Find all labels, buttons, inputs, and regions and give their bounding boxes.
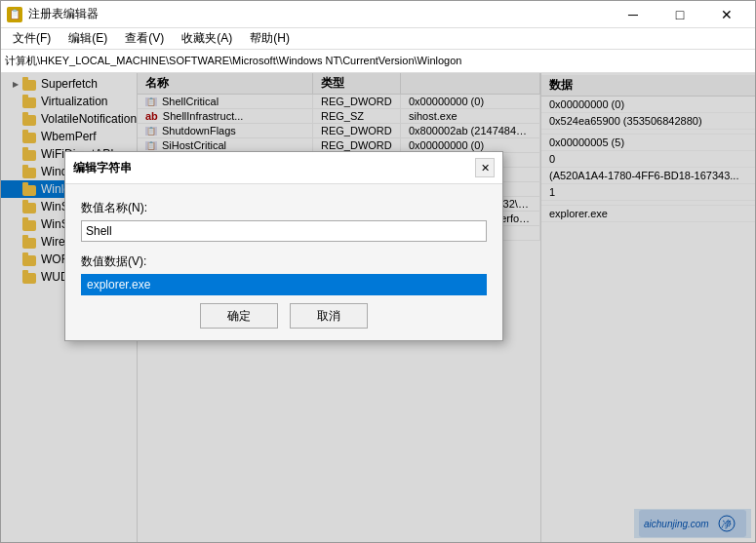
- menu-favorites[interactable]: 收藏夹(A): [174, 28, 240, 49]
- dialog-data-label: 数值数据(V):: [81, 253, 487, 270]
- title-bar-controls: ─ □ ✕: [611, 5, 749, 24]
- menu-help[interactable]: 帮助(H): [242, 28, 298, 49]
- dialog-title-bar: 编辑字符串 ✕: [65, 152, 502, 184]
- app-icon: 📋: [7, 7, 22, 22]
- dialog-overlay: 编辑字符串 ✕ 数值名称(N): 数值数据(V): 确定 取消: [1, 73, 755, 542]
- window-title: 注册表编辑器: [28, 6, 99, 22]
- dialog-buttons: 确定 取消: [81, 295, 487, 329]
- maximize-button[interactable]: □: [657, 5, 702, 24]
- menu-bar: 文件(F) 编辑(E) 查看(V) 收藏夹(A) 帮助(H): [1, 28, 755, 50]
- address-bar: 计算机\HKEY_LOCAL_MACHINE\SOFTWARE\Microsof…: [1, 50, 755, 73]
- dialog-data-container: [81, 274, 487, 295]
- menu-view[interactable]: 查看(V): [117, 28, 172, 49]
- dialog-title: 编辑字符串: [73, 160, 132, 176]
- dialog-body: 数值名称(N): 数值数据(V): 确定 取消: [65, 184, 502, 340]
- title-bar: 📋 注册表编辑器 ─ □ ✕: [1, 1, 755, 28]
- dialog-name-label: 数值名称(N):: [81, 200, 487, 216]
- menu-file[interactable]: 文件(F): [5, 28, 59, 49]
- content-area: ▶ Superfetch Virtualization: [1, 73, 755, 542]
- registry-editor-window: 📋 注册表编辑器 ─ □ ✕ 文件(F) 编辑(E) 查看(V) 收藏夹(A) …: [0, 0, 756, 543]
- edit-string-dialog: 编辑字符串 ✕ 数值名称(N): 数值数据(V): 确定 取消: [64, 151, 503, 341]
- title-bar-left: 📋 注册表编辑器: [7, 6, 99, 22]
- close-button[interactable]: ✕: [704, 5, 749, 24]
- dialog-ok-button[interactable]: 确定: [200, 303, 278, 329]
- address-label: 计算机\HKEY_LOCAL_MACHINE\SOFTWARE\Microsof…: [5, 54, 461, 68]
- dialog-close-button[interactable]: ✕: [475, 158, 495, 177]
- minimize-button[interactable]: ─: [611, 5, 656, 24]
- menu-edit[interactable]: 编辑(E): [60, 28, 115, 49]
- dialog-cancel-button[interactable]: 取消: [290, 303, 368, 329]
- dialog-data-input[interactable]: [81, 274, 487, 295]
- dialog-name-input[interactable]: [81, 220, 487, 242]
